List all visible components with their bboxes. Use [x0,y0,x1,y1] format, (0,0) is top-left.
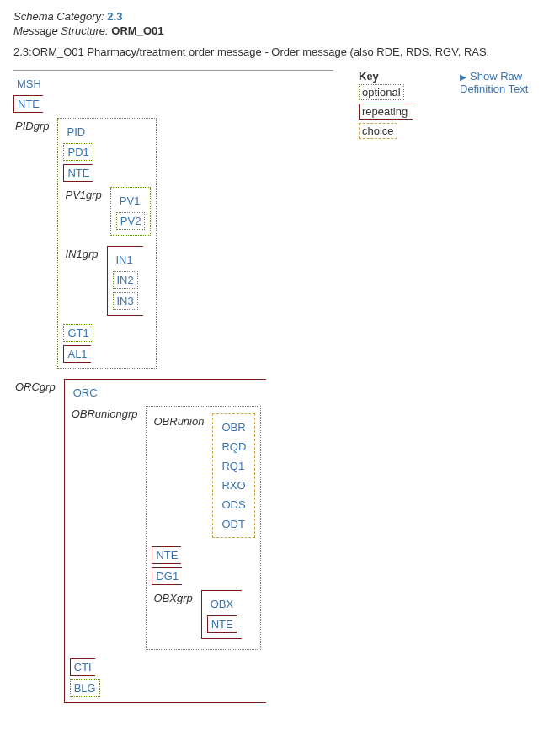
show-raw-definition-label: Show Raw Definition Text [460,70,528,95]
grp-obrunion-label: OBRunion [152,413,205,429]
legend-title: Key [359,70,434,83]
seg-blg[interactable]: BLG [70,679,100,697]
legend-optional: optional [359,84,404,100]
message-structure-label: Message Structure: [13,24,109,37]
seg-obx[interactable]: OBX [207,596,237,612]
grp-obxgrp-label: OBXgrp [152,590,194,606]
seg-dg1[interactable]: DG1 [152,567,182,585]
message-description: 2.3:ORM_O01 Pharmacy/treatment order mes… [13,45,536,58]
seg-orc[interactable]: ORC [70,385,101,401]
seg-in2[interactable]: IN2 [113,271,138,289]
seg-in1[interactable]: IN1 [113,252,136,268]
show-raw-definition-link[interactable]: ▶Show Raw Definition Text [460,70,528,95]
seg-al1[interactable]: AL1 [63,345,90,363]
grp-obxgrp: OBXgrp OBX NTE [152,588,242,644]
seg-rxo[interactable]: RXO [218,477,248,493]
schema-category-label: Schema Category: [13,10,104,23]
grp-obruniongrp: OBRuniongrp OBRunion OBR [70,404,262,655]
schema-category-line: Schema Category: 2.3 [13,10,536,23]
seg-msh[interactable]: MSH [13,76,45,92]
seg-pd1[interactable]: PD1 [63,143,93,161]
seg-pid[interactable]: PID [63,124,88,140]
seg-odt[interactable]: ODT [218,516,248,532]
grp-obruniongrp-label: OBRuniongrp [70,406,140,422]
seg-nte-pid[interactable]: NTE [63,164,93,182]
seg-rqd[interactable]: RQD [218,439,249,455]
schema-tree: MSH NTE PIDgrp PID PD1 NTE PV1grp [13,70,333,710]
grp-obruniongrp-children: OBRunion OBR RQD RQ1 RXO ODS [146,406,261,650]
seg-obr[interactable]: OBR [218,419,248,435]
grp-orcgrp: ORCgrp ORC OBRuniongrp OBRunion [13,377,266,708]
chevron-right-icon: ▶ [460,72,466,82]
schema-category-value[interactable]: 2.3 [107,10,122,23]
seg-in3[interactable]: IN3 [113,292,138,310]
grp-pidgrp-label: PIDgrp [13,118,51,134]
grp-pidgrp: PIDgrp PID PD1 NTE PV1grp PV1 PV2 [13,116,157,374]
grp-obrunion-children: OBR RQD RQ1 RXO ODS ODT [212,413,255,538]
grp-orcgrp-children: ORC OBRuniongrp OBRunion [64,379,267,703]
grp-pv1grp: PV1grp PV1 PV2 [63,185,151,241]
seg-nte[interactable]: NTE [13,95,43,113]
legend-key: Key optional repeating choice [359,70,434,141]
grp-pv1grp-children: PV1 PV2 [110,187,152,236]
seg-ods[interactable]: ODS [218,497,248,513]
message-structure-value: ORM_O01 [111,24,163,37]
seg-pv2[interactable]: PV2 [116,212,146,230]
grp-in1grp-label: IN1grp [63,246,99,262]
grp-obrunion: OBRunion OBR RQD RQ1 RXO ODS [152,412,255,543]
message-structure-line: Message Structure: ORM_O01 [13,24,536,37]
grp-in1grp: IN1grp IN1 IN2 IN3 [63,244,142,321]
raw-link-pane: ▶Show Raw Definition Text [460,70,536,95]
legend-repeating: repeating [359,104,413,120]
seg-nte-obr[interactable]: NTE [152,546,181,564]
grp-in1grp-children: IN1 IN2 IN3 [107,246,143,316]
grp-orcgrp-label: ORCgrp [13,379,57,395]
seg-nte-obx[interactable]: NTE [207,615,237,633]
grp-pidgrp-children: PID PD1 NTE PV1grp PV1 PV2 [57,118,157,369]
seg-pv1[interactable]: PV1 [116,193,144,209]
legend-choice: choice [359,123,397,139]
seg-rq1[interactable]: RQ1 [218,458,248,474]
grp-obxgrp-children: OBX NTE [201,590,242,639]
seg-gt1[interactable]: GT1 [63,324,93,342]
seg-cti[interactable]: CTI [70,658,95,676]
grp-pv1grp-label: PV1grp [63,187,103,203]
